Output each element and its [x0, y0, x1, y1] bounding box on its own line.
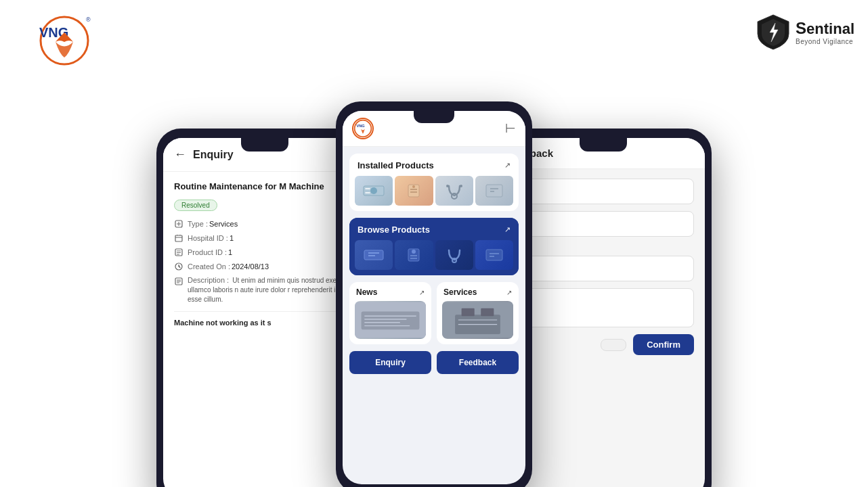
- browse-img-4: [475, 240, 513, 270]
- type-value: Services: [209, 220, 238, 228]
- medical-device-icon: [360, 181, 387, 201]
- product-label: Product ID :: [188, 248, 227, 256]
- phone-center: VNG ⊢ Installed Products ↗: [336, 101, 532, 487]
- svg-rect-18: [364, 250, 383, 260]
- feedback-content: ict Confirm: [502, 169, 705, 365]
- product-img-4: [475, 176, 513, 206]
- medicine-icon: [400, 181, 427, 201]
- svg-text:®: ®: [86, 16, 91, 23]
- product-icon: [174, 248, 183, 257]
- product-img-1: [355, 176, 393, 206]
- svg-rect-22: [486, 250, 502, 260]
- feedback-input-2[interactable]: [513, 211, 694, 237]
- browse-steth-icon: [441, 245, 468, 265]
- mini-cards-row: News ↗: [349, 282, 519, 344]
- services-arrow[interactable]: ↗: [506, 289, 512, 296]
- sentinal-s-letter: S: [796, 19, 806, 38]
- logout-icon[interactable]: ⊢: [505, 121, 516, 136]
- services-img-svg: [442, 301, 513, 339]
- svg-point-20: [412, 250, 416, 254]
- enquiry-button[interactable]: Enquiry: [349, 351, 431, 374]
- confirm-row: Confirm: [513, 334, 694, 355]
- product-img-3: [435, 176, 473, 206]
- sentinal-shield-icon: [756, 14, 790, 51]
- svg-point-13: [412, 185, 415, 188]
- browse-products-images: [349, 240, 519, 275]
- back-arrow-icon[interactable]: ←: [174, 147, 186, 162]
- installed-products-header: Installed Products ↗: [349, 154, 519, 176]
- created-value: 2024/08/13: [232, 262, 269, 271]
- feedback-button[interactable]: Feedback: [437, 351, 519, 374]
- sentinal-logo: S entinal Beyond Vigilance: [756, 14, 854, 51]
- hospital-icon: [174, 233, 183, 243]
- phone-center-screen: VNG ⊢ Installed Products ↗: [343, 111, 525, 484]
- center-screen: VNG ⊢ Installed Products ↗: [343, 111, 525, 484]
- browse-img-1: [355, 240, 393, 270]
- product-row: Product ID : 1: [174, 248, 355, 257]
- browse-device-icon: [360, 245, 387, 265]
- feedback-textarea[interactable]: [513, 288, 694, 327]
- vng-logo-svg: VNG ®: [27, 14, 102, 68]
- feedback-input-3[interactable]: [513, 256, 694, 281]
- sentinal-name: entinal: [806, 20, 854, 38]
- feedback-screen: eedback ict Confirm: [502, 138, 705, 487]
- svg-text:VNG: VNG: [356, 124, 364, 128]
- status-badge: Resolved: [174, 200, 217, 211]
- vng-logo: VNG ®: [27, 14, 102, 68]
- hospital-label: Hospital ID :: [188, 234, 228, 242]
- services-title: Services: [443, 287, 477, 297]
- news-card-header: News ↗: [349, 282, 431, 301]
- phone-center-notch: [414, 111, 454, 123]
- confirm-button[interactable]: Confirm: [633, 334, 694, 355]
- created-row: Created On : 2024/08/13: [174, 262, 355, 271]
- phone-left-notch: [241, 138, 288, 152]
- cancel-button[interactable]: [601, 339, 626, 351]
- sentinal-text: S entinal Beyond Vigilance: [796, 19, 854, 45]
- phone-right-screen: eedback ict Confirm: [502, 138, 705, 487]
- sentinal-logo-container: S entinal Beyond Vigilance: [756, 14, 854, 51]
- svg-rect-17: [486, 185, 502, 197]
- sentinal-tagline: Beyond Vigilance: [796, 38, 854, 45]
- installed-products-card[interactable]: Installed Products ↗: [349, 154, 519, 211]
- machine-note: Machine not working as it s: [174, 311, 355, 327]
- equipment-icon: [481, 181, 508, 201]
- hospital-row: Hospital ID : 1: [174, 233, 355, 243]
- app-logo-svg: VNG: [353, 119, 372, 138]
- description-row: Description : Ut enim ad minim quis nost…: [174, 276, 355, 304]
- type-row: Type : Services: [174, 219, 355, 229]
- hospital-value: 1: [230, 234, 234, 242]
- browse-medicine-icon: [400, 245, 427, 265]
- svg-point-11: [370, 187, 377, 194]
- installed-products-title: Installed Products: [357, 160, 434, 170]
- news-arrow[interactable]: ↗: [419, 289, 425, 296]
- browse-products-arrow[interactable]: ↗: [504, 225, 511, 234]
- news-title: News: [356, 287, 377, 297]
- vng-logo-container: VNG ®: [27, 14, 102, 68]
- type-icon: [174, 219, 183, 229]
- phone-right-notch: [580, 138, 627, 152]
- created-label: Created On :: [188, 262, 230, 271]
- svg-rect-27: [462, 308, 475, 316]
- news-card[interactable]: News ↗: [349, 282, 431, 344]
- enquiry-screen-title: Enquiry: [193, 149, 234, 161]
- services-card[interactable]: Services ↗: [437, 282, 519, 344]
- browse-products-title: Browse Products: [357, 225, 430, 235]
- type-label: Type :: [188, 220, 208, 228]
- browse-products-header: Browse Products ↗: [349, 218, 519, 240]
- browse-products-card[interactable]: Browse Products ↗: [349, 218, 519, 275]
- svg-rect-24: [362, 312, 420, 330]
- feedback-input-1[interactable]: [513, 179, 694, 204]
- enquiry-main-title: Routine Maintenance for M Machine: [174, 181, 355, 193]
- description-label: Description :: [188, 276, 231, 284]
- svg-rect-4: [175, 235, 182, 241]
- clock-icon: [174, 262, 183, 271]
- svg-point-15: [446, 185, 449, 187]
- installed-products-arrow[interactable]: ↗: [504, 161, 511, 170]
- browse-equipment-icon: [481, 245, 508, 265]
- bottom-buttons: Enquiry Feedback: [349, 351, 519, 374]
- svg-point-8: [355, 120, 372, 137]
- feedback-product-label: ict: [513, 244, 694, 252]
- app-content: Installed Products ↗: [343, 147, 525, 482]
- svg-rect-5: [175, 249, 182, 256]
- stethoscope-icon: [441, 181, 468, 201]
